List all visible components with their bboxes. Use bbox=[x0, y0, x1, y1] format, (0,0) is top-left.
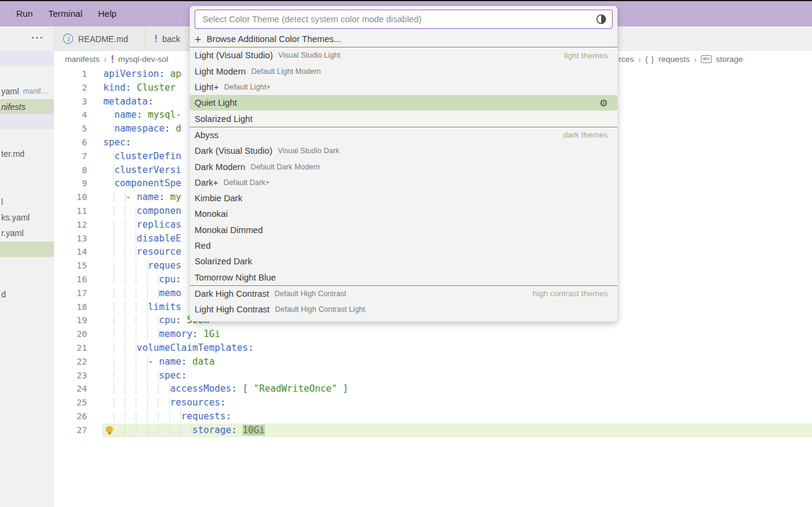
theme-item-kimbie-dark[interactable]: Kimbie Dark bbox=[190, 190, 617, 206]
sidebar-row-selected[interactable] bbox=[0, 241, 54, 257]
breadcrumb-item-requests[interactable]: requests bbox=[658, 55, 689, 64]
theme-description: Default Dark+ bbox=[223, 178, 270, 187]
breadcrumb-item-file[interactable]: mysql-dev-sol bbox=[118, 55, 168, 64]
theme-item-dark-high-contrast[interactable]: Dark High ContrastDefault High Contrasth… bbox=[190, 285, 617, 302]
theme-description: Default Light Modern bbox=[251, 67, 321, 76]
theme-name: Light Modern bbox=[195, 67, 246, 76]
theme-item-solarized-dark[interactable]: Solarized Dark bbox=[190, 253, 617, 269]
code-text: componentSpe bbox=[103, 177, 181, 190]
line-number: 4 bbox=[54, 108, 87, 122]
gear-icon[interactable] bbox=[599, 97, 608, 109]
theme-name: Dark+ bbox=[195, 178, 218, 187]
sidebar-item-md-file[interactable]: ter.md bbox=[0, 147, 54, 161]
code-text: requests: bbox=[103, 410, 231, 424]
browse-additional-themes[interactable]: Browse Additional Color Themes... bbox=[190, 31, 617, 47]
line-number: 27 bbox=[54, 424, 87, 437]
theme-description: Default Light+ bbox=[224, 83, 270, 91]
code-line-25[interactable]: 25 resources: bbox=[54, 396, 812, 410]
code-text: componen bbox=[103, 204, 181, 218]
breadcrumb-item-resources[interactable]: rces bbox=[619, 55, 634, 64]
chevron-right-icon bbox=[104, 55, 107, 64]
code-text: cpu: bbox=[103, 273, 181, 287]
code-text: spec: bbox=[103, 136, 131, 150]
theme-item-light-high-contrast[interactable]: Light High ContrastDefault High Contrast… bbox=[190, 302, 617, 317]
line-number: 13 bbox=[54, 232, 87, 246]
theme-description: Visual Studio Dark bbox=[278, 147, 340, 155]
theme-picker-input-wrap bbox=[195, 10, 613, 29]
theme-item-monokai[interactable]: Monokai bbox=[190, 206, 617, 222]
theme-item-tomorrow-night-blue[interactable]: Tomorrow Night Blue bbox=[190, 269, 617, 285]
code-line-23[interactable]: 23 spec: bbox=[54, 369, 812, 383]
theme-name: Dark Modern bbox=[195, 162, 245, 172]
theme-list: Browse Additional Color Themes... Light … bbox=[190, 31, 617, 317]
info-circle-icon bbox=[63, 34, 73, 44]
theme-item-solarized-light[interactable]: Solarized Light bbox=[190, 111, 617, 126]
code-line-27[interactable]: 27 storage: 10Gi bbox=[54, 424, 812, 437]
more-actions-icon[interactable] bbox=[23, 26, 53, 51]
menu-terminal[interactable]: Terminal bbox=[41, 6, 91, 21]
sidebar-item-yaml-file[interactable]: yaml manif… bbox=[0, 84, 54, 99]
theme-picker-dialog: Browse Additional Color Themes... Light … bbox=[190, 6, 617, 321]
theme-item-monokai-dimmed[interactable]: Monokai Dimmed bbox=[190, 222, 617, 238]
sidebar-item-ks-yaml[interactable]: ks.yaml bbox=[0, 210, 54, 225]
code-text: accessModes: [ "ReadWriteOnce" ] bbox=[103, 382, 348, 396]
sidebar-item-file-d[interactable]: d bbox=[0, 287, 54, 302]
sidebar-row-focused-2[interactable] bbox=[0, 114, 54, 129]
code-text: volumeClaimTemplates: bbox=[103, 341, 253, 355]
code-text: apiVersion: ap bbox=[103, 67, 181, 81]
sidebar-item-manifests[interactable]: nifests bbox=[0, 99, 54, 114]
line-number: 22 bbox=[54, 355, 87, 369]
code-text: memory: 1Gi bbox=[103, 327, 220, 341]
code-text: storage: 10Gi bbox=[103, 424, 265, 437]
explorer-sidebar: yaml manif… nifests ter.md l ks.yaml r.y… bbox=[0, 51, 54, 507]
code-text: limits bbox=[103, 300, 181, 314]
lightbulb-icon[interactable] bbox=[106, 426, 113, 433]
line-number: 7 bbox=[54, 150, 87, 163]
line-number: 3 bbox=[54, 95, 87, 109]
code-text: metadata: bbox=[103, 95, 153, 109]
breadcrumb-item-manifests[interactable]: manifests bbox=[65, 55, 100, 64]
line-number: 5 bbox=[54, 122, 87, 136]
tab-readme-md[interactable]: README.md bbox=[54, 26, 145, 51]
abc-string-icon bbox=[701, 55, 712, 63]
theme-item-light+[interactable]: Light+Default Light+ bbox=[190, 79, 617, 95]
code-text: disableE bbox=[103, 232, 181, 246]
theme-name: Light High Contrast bbox=[195, 305, 270, 314]
line-number: 21 bbox=[54, 341, 87, 355]
sidebar-item-file-l[interactable]: l bbox=[0, 195, 54, 209]
theme-name: Tomorrow Night Blue bbox=[195, 273, 276, 282]
theme-picker-input[interactable] bbox=[201, 14, 596, 25]
theme-item-dark-visual-studio-[interactable]: Dark (Visual Studio)Visual Studio Dark bbox=[190, 143, 617, 159]
code-line-26[interactable]: 26 requests: bbox=[54, 410, 812, 424]
theme-item-light-modern[interactable]: Light ModernDefault Light Modern bbox=[190, 64, 617, 79]
yaml-exclamation-icon bbox=[111, 54, 114, 65]
color-mode-toggle-icon[interactable] bbox=[596, 14, 607, 25]
code-line-20[interactable]: 20 memory: 1Gi bbox=[54, 327, 812, 341]
code-line-22[interactable]: 22 - name: data bbox=[54, 355, 812, 369]
code-text: resource bbox=[103, 245, 181, 259]
line-number: 17 bbox=[54, 287, 87, 300]
theme-name: Light (Visual Studio) bbox=[195, 50, 273, 60]
breadcrumb-item-storage[interactable]: storage bbox=[716, 55, 743, 64]
menu-run[interactable]: Run bbox=[8, 6, 41, 21]
menu-help[interactable]: Help bbox=[90, 6, 124, 21]
theme-group-label: light themes bbox=[564, 51, 608, 60]
code-line-21[interactable]: 21 volumeClaimTemplates: bbox=[54, 341, 812, 355]
theme-item-dark-modern[interactable]: Dark ModernDefault Dark Modern bbox=[190, 159, 617, 174]
theme-item-red[interactable]: Red bbox=[190, 238, 617, 253]
chevron-right-icon bbox=[694, 55, 697, 64]
theme-item-quiet-light[interactable]: Quiet Light bbox=[190, 95, 617, 111]
theme-item-light-visual-studio-[interactable]: Light (Visual Studio)Visual Studio Light… bbox=[190, 47, 617, 63]
theme-item-dark+[interactable]: Dark+Default Dark+ bbox=[190, 175, 617, 190]
code-line-24[interactable]: 24 accessModes: [ "ReadWriteOnce" ] bbox=[54, 382, 812, 396]
line-number: 11 bbox=[54, 204, 87, 218]
theme-name: Monokai bbox=[195, 209, 228, 219]
theme-name: Abyss bbox=[195, 130, 219, 140]
sidebar-item-r-yaml[interactable]: r.yaml bbox=[0, 226, 54, 240]
line-number: 10 bbox=[54, 190, 87, 204]
theme-item-abyss[interactable]: Abyssdark themes bbox=[190, 127, 617, 143]
line-number: 16 bbox=[54, 273, 87, 287]
braces-icon bbox=[645, 55, 654, 64]
code-text: clusterDefin bbox=[103, 150, 181, 163]
sidebar-row-focused[interactable] bbox=[0, 51, 54, 66]
